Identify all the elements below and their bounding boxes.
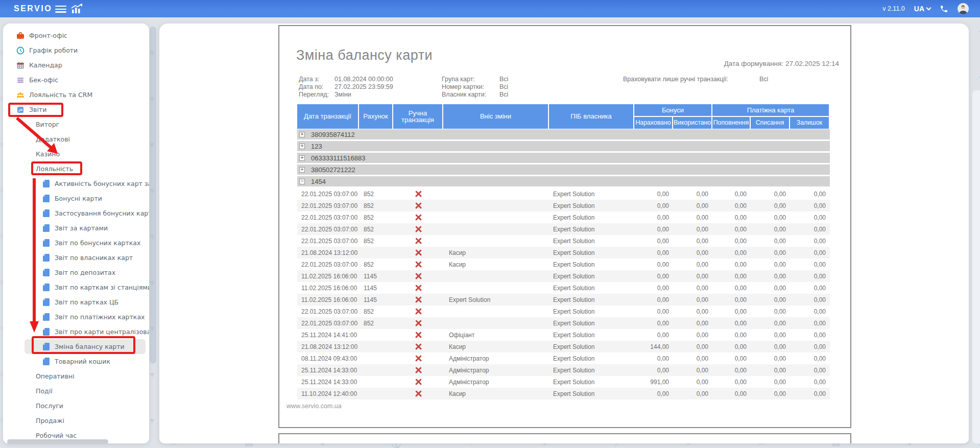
sidebar-menu: Фронт-офісГрафік роботиКалендарБек-офісЛ… xyxy=(3,23,149,443)
collapse-toggle[interactable]: − xyxy=(299,179,305,184)
cell: 0,00 xyxy=(673,285,712,292)
cell: 0,00 xyxy=(790,261,830,268)
group-row: +063333111516883 xyxy=(297,153,830,164)
param-label: Дата по: xyxy=(299,83,323,90)
manual-transaction-cell xyxy=(393,261,443,268)
sidebar-item-operational[interactable]: Оперативні xyxy=(3,369,149,384)
cell: 22.01.2025 03:07:00 xyxy=(297,214,359,221)
cell: Касир xyxy=(443,261,549,268)
cell: 0,00 xyxy=(712,296,751,303)
table-row: 22.01.2025 03:07:00852Expert Solution0,0… xyxy=(297,223,830,235)
cell: Expert Solution xyxy=(549,308,634,315)
chart-icon[interactable] xyxy=(70,4,84,14)
group-row: +380935874112 xyxy=(297,129,830,141)
cell: 0,00 xyxy=(712,273,751,280)
red-x-icon xyxy=(415,238,422,244)
doc-icon xyxy=(43,180,50,187)
sidebar: Фронт-офісГрафік роботиКалендарБек-офісЛ… xyxy=(3,23,149,443)
language-selector[interactable]: UA xyxy=(914,5,930,13)
sidebar-item-sales[interactable]: Продажі xyxy=(3,413,149,428)
cell: 0,00 xyxy=(634,226,673,233)
sidebar-item-cb-cards-report[interactable]: Звіт по картках ЦБ xyxy=(3,295,149,310)
table-row: 25.11.2024 14:41:00ОфіціантExpert Soluti… xyxy=(297,329,830,341)
sidebar-item-casino[interactable]: Казино xyxy=(3,147,149,161)
cell: 22.01.2025 03:07:00 xyxy=(297,226,359,233)
red-x-icon xyxy=(415,308,422,315)
cell: 0,00 xyxy=(751,249,790,256)
table-row: 11.02.2025 16:06:001145Expert SolutionEx… xyxy=(297,294,830,305)
sidebar-item-front-office[interactable]: Фронт-офіс xyxy=(3,28,149,43)
cell: 0,00 xyxy=(634,332,673,339)
sidebar-item-revenue[interactable]: Виторг xyxy=(3,117,149,132)
sidebar-item-bonus-cards-activity[interactable]: Активність бонусних карт за п xyxy=(3,176,149,191)
cell: 11.10.2024 12:40:00 xyxy=(297,390,359,397)
sidebar-item-label: Календар xyxy=(29,61,62,69)
cell: 11.02.2025 16:06:00 xyxy=(297,273,359,280)
red-x-icon xyxy=(415,202,422,209)
expand-toggle[interactable]: + xyxy=(299,132,305,137)
cell: 0,00 xyxy=(751,320,790,327)
cell: 0,00 xyxy=(790,285,830,292)
sidebar-item-calendar[interactable]: Календар xyxy=(3,58,149,73)
table-row: 08.11.2024 09:43:00АдміністраторExpert S… xyxy=(297,352,830,364)
main-vertical-scrollbar[interactable] xyxy=(972,90,980,443)
cell: Expert Solution xyxy=(549,355,634,362)
cell: 0,00 xyxy=(673,367,712,374)
cell: Expert Solution xyxy=(549,296,634,303)
cell: 0,00 xyxy=(790,390,830,397)
sidebar-item-events[interactable]: Події xyxy=(3,384,149,398)
expand-toggle[interactable]: + xyxy=(299,167,305,173)
expand-toggle[interactable]: + xyxy=(299,155,305,161)
cell: Expert Solution xyxy=(549,191,634,198)
sidebar-item-label: Звіт про карти централізован xyxy=(55,328,149,336)
cell: 1145 xyxy=(359,273,393,280)
col-group-card: Платіжна карта xyxy=(712,104,829,116)
cell: Адміністратор xyxy=(443,379,549,386)
cell: 0,00 xyxy=(712,202,751,209)
red-x-icon xyxy=(415,390,422,397)
cell: Expert Solution xyxy=(549,202,634,209)
cell: Офіціант xyxy=(443,332,549,339)
cell: 0,00 xyxy=(712,238,751,245)
sidebar-item-goods-basket[interactable]: Товарний кошик xyxy=(3,354,149,369)
manual-transaction-cell xyxy=(393,355,443,362)
sidebar-item-deposits-report[interactable]: Звіт по депозитах xyxy=(3,265,149,280)
table-row: 22.01.2025 03:07:00852Expert Solution0,0… xyxy=(297,200,830,211)
cell: 0,00 xyxy=(673,332,712,339)
red-x-icon xyxy=(415,379,422,385)
doc-icon xyxy=(43,209,50,217)
phone-icon[interactable] xyxy=(940,5,948,13)
manual-transaction-cell xyxy=(393,332,443,338)
report-table-body: +380935874112+123+063333111516883+380502… xyxy=(297,129,830,399)
report-footer-url: www.servio.com.ua xyxy=(286,403,342,410)
sidebar-item-bonus-cards[interactable]: Бонусні карти xyxy=(3,191,149,206)
report-formed-date: Дата формування: 27.02.2025 12:14 xyxy=(724,60,839,67)
sidebar-horizontal-scrollbar[interactable] xyxy=(7,439,108,444)
sidebar-vertical-scrollbar[interactable] xyxy=(150,27,156,364)
red-x-icon xyxy=(415,226,422,232)
sidebar-item-cards-stations-report[interactable]: Звіт по карткам зі станціями xyxy=(3,280,149,295)
cell: 11.02.2025 16:06:00 xyxy=(297,296,359,303)
sidebar-item-services[interactable]: Послуги xyxy=(3,398,149,413)
sidebar-item-bonus-cards-report[interactable]: Звіт по бонусних картках xyxy=(3,235,149,250)
cell: Expert Solution xyxy=(549,367,634,374)
sidebar-item-work-schedule[interactable]: Графік роботи xyxy=(3,43,149,58)
sidebar-item-additional[interactable]: Додаткові xyxy=(3,132,149,147)
table-header: Дата транзакції Рахунок Ручна транзакція… xyxy=(297,104,830,129)
sidebar-item-loyalty-crm[interactable]: Лояльність та CRM xyxy=(3,87,149,102)
table-row: 22.01.2025 03:07:00852Expert Solution0,0… xyxy=(297,317,830,329)
cell: 0,00 xyxy=(673,226,712,233)
sidebar-item-payment-cards-report[interactable]: Звіт по платіжних картках xyxy=(3,310,149,324)
col-header-account: Рахунок xyxy=(359,104,392,129)
report-page-2 xyxy=(278,433,851,443)
menu-icon[interactable] xyxy=(55,6,66,13)
sidebar-item-back-office[interactable]: Бек-офіс xyxy=(3,73,149,87)
user-avatar[interactable] xyxy=(958,3,969,14)
expand-toggle[interactable]: + xyxy=(299,144,305,149)
group-row: −1454 xyxy=(297,176,830,188)
sidebar-item-cards-report[interactable]: Звіт за картами xyxy=(3,221,149,235)
sidebar-item-card-owners-report[interactable]: Звіт по власниках карт xyxy=(3,250,149,265)
cell: 0,00 xyxy=(673,320,712,327)
cell: 0,00 xyxy=(634,390,673,397)
sidebar-item-bonus-cards-usage[interactable]: Застосування бонусних карт о xyxy=(3,206,149,221)
